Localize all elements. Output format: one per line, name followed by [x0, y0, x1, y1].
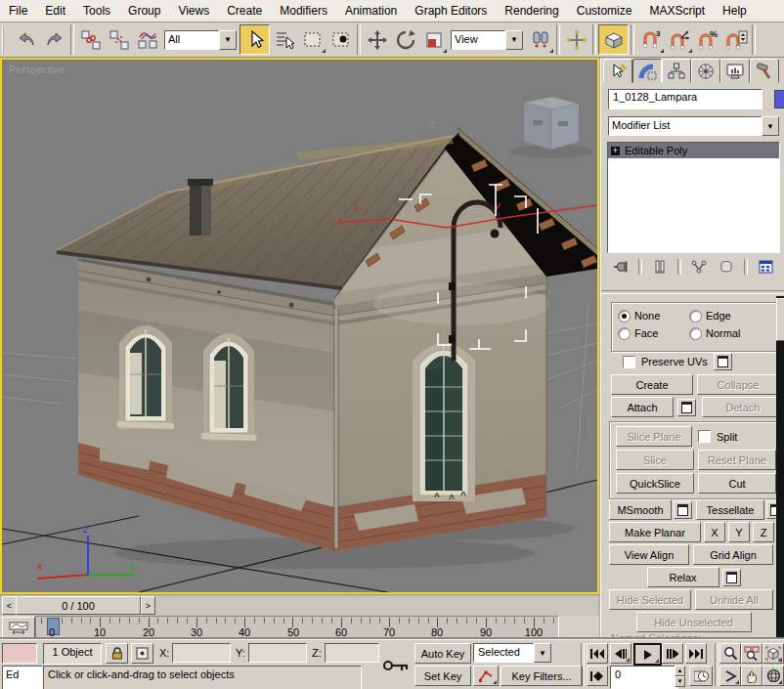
hide-selected-button[interactable]: Hide Selected — [609, 589, 691, 610]
attach-settings-button[interactable] — [677, 399, 696, 416]
y-coord-field[interactable] — [248, 643, 307, 663]
make-planar-x-button[interactable]: X — [704, 522, 725, 542]
undo-button[interactable] — [12, 25, 40, 54]
menu-edit[interactable]: Edit — [36, 2, 74, 20]
snaps-toggle-button[interactable]: 3 — [636, 25, 665, 54]
unhide-all-button[interactable]: Unhide All — [695, 589, 773, 610]
panel-scrollbar[interactable] — [776, 296, 784, 637]
tessellate-button[interactable]: Tessellate — [696, 499, 764, 520]
key-mode-toggle-button[interactable] — [587, 666, 608, 686]
reference-coordinate-dropdown[interactable]: View ▼ — [451, 30, 523, 50]
select-and-scale-button[interactable] — [419, 25, 448, 54]
split-checkbox[interactable] — [698, 430, 711, 443]
constraint-edge-radio[interactable] — [689, 310, 702, 323]
constraint-face-radio[interactable] — [618, 327, 631, 340]
remove-modifier-button[interactable] — [715, 258, 738, 277]
default-tangents-button[interactable] — [473, 666, 499, 686]
perspective-viewport[interactable]: x y z — [0, 58, 599, 594]
menu-rendering[interactable]: Rendering — [496, 2, 567, 20]
select-and-rotate-button[interactable] — [391, 25, 419, 54]
current-frame-field[interactable]: 0 — [610, 666, 678, 689]
menu-maxscript[interactable]: MAXScript — [640, 2, 714, 20]
modifier-list-dropdown[interactable]: Modifier List ▼ — [608, 116, 779, 136]
quickslice-button[interactable]: QuickSlice — [616, 473, 694, 494]
bind-to-space-warp-button[interactable] — [133, 25, 161, 54]
track-bar-ruler[interactable]: 0 10 20 30 40 50 60 70 80 90 100 — [35, 616, 559, 641]
constraint-none-radio[interactable] — [618, 310, 631, 323]
set-key-button[interactable]: Set Key — [414, 666, 471, 686]
arc-rotate-button[interactable] — [762, 666, 784, 686]
set-keys-button[interactable] — [381, 652, 411, 679]
collapse-button[interactable]: Collapse — [697, 374, 779, 395]
window-crossing-toggle-button[interactable] — [327, 25, 355, 54]
hide-unselected-button[interactable]: Hide Unselected — [636, 612, 752, 632]
angle-snap-toggle-button[interactable] — [665, 25, 693, 54]
maxscript-mini-listener[interactable]: Ed — [2, 666, 43, 689]
tab-utilities[interactable] — [750, 59, 779, 83]
grid-align-button[interactable]: Grid Align — [693, 544, 773, 565]
menu-customize[interactable]: Customize — [568, 2, 641, 20]
pin-stack-button[interactable] — [609, 258, 632, 277]
slice-plane-button[interactable]: Slice Plane — [616, 426, 692, 447]
menu-help[interactable]: Help — [714, 2, 756, 20]
select-by-name-button[interactable] — [270, 25, 298, 54]
make-planar-z-button[interactable]: Z — [753, 522, 774, 542]
cut-button[interactable]: Cut — [698, 473, 776, 494]
tab-modify[interactable] — [632, 59, 662, 83]
go-to-end-button[interactable] — [685, 643, 707, 664]
key-mode-dropdown[interactable]: Selected ▼ — [473, 643, 551, 663]
scene-cube-object[interactable] — [510, 97, 592, 158]
key-filters-button[interactable]: Key Filters... — [501, 666, 583, 686]
selection-lock-toggle[interactable] — [106, 643, 128, 664]
menu-animation[interactable]: Animation — [336, 2, 406, 20]
preserve-uvs-settings-button[interactable] — [714, 353, 732, 370]
reset-plane-button[interactable]: Reset Plane — [698, 450, 776, 470]
spinner-snap-toggle-button[interactable] — [721, 25, 750, 54]
next-frame-button[interactable] — [662, 643, 683, 664]
msmooth-button[interactable]: MSmooth — [609, 499, 672, 520]
slice-button[interactable]: Slice — [616, 450, 694, 470]
z-coord-field[interactable] — [325, 643, 379, 663]
unlink-selection-button[interactable] — [105, 25, 133, 54]
modifier-list-arrow-icon[interactable]: ▼ — [762, 116, 779, 136]
open-mini-curve-editor-button[interactable] — [2, 617, 35, 639]
show-end-result-button[interactable] — [648, 258, 672, 277]
rectangular-selection-region-button[interactable] — [298, 25, 327, 54]
macro-recorder-field[interactable] — [2, 643, 37, 664]
tab-motion[interactable] — [691, 59, 720, 83]
detach-button[interactable]: Detach — [702, 397, 784, 417]
go-to-start-button[interactable] — [587, 643, 608, 664]
select-and-link-button[interactable] — [76, 25, 105, 54]
make-unique-button[interactable] — [687, 258, 711, 277]
tab-display[interactable] — [720, 59, 750, 83]
time-configuration-button[interactable] — [689, 666, 713, 686]
object-name-field[interactable]: 1_0128_Lampara — [608, 89, 762, 109]
menu-modifiers[interactable]: Modifiers — [271, 2, 336, 20]
selection-filter-dropdown[interactable]: All ▼ — [164, 30, 237, 50]
select-and-move-button[interactable] — [363, 25, 391, 54]
percent-snap-toggle-button[interactable]: % — [693, 25, 721, 54]
expand-icon[interactable]: + — [611, 147, 620, 155]
viewport-label[interactable]: Perspective — [9, 64, 65, 75]
preserve-uvs-checkbox[interactable] — [623, 356, 635, 368]
zoom-button[interactable] — [719, 643, 741, 664]
menu-group[interactable]: Group — [119, 2, 169, 20]
msmooth-settings-button[interactable] — [674, 501, 692, 519]
auto-key-button[interactable]: Auto Key — [414, 643, 471, 664]
absolute-offset-mode-toggle[interactable] — [131, 643, 153, 664]
menu-graph-editors[interactable]: Graph Editors — [406, 2, 496, 20]
reference-coordinate-arrow-icon[interactable]: ▼ — [505, 30, 523, 50]
view-align-button[interactable]: View Align — [609, 544, 689, 565]
modifier-stack[interactable]: + Editable Poly — [607, 142, 780, 253]
menu-file[interactable]: File — [0, 2, 36, 20]
tab-create[interactable] — [603, 59, 632, 83]
panel-scrollbar-thumb[interactable] — [776, 298, 784, 341]
spinner-down-icon[interactable]: ▼ — [675, 676, 685, 687]
constraint-normal-radio[interactable] — [689, 327, 702, 340]
pan-view-button[interactable] — [741, 666, 762, 686]
menu-views[interactable]: Views — [169, 2, 218, 20]
tab-hierarchy[interactable] — [662, 59, 691, 83]
zoom-extents-button[interactable] — [762, 643, 784, 664]
object-color-swatch[interactable] — [774, 90, 784, 108]
spinner-up-icon[interactable]: ▲ — [675, 666, 685, 676]
